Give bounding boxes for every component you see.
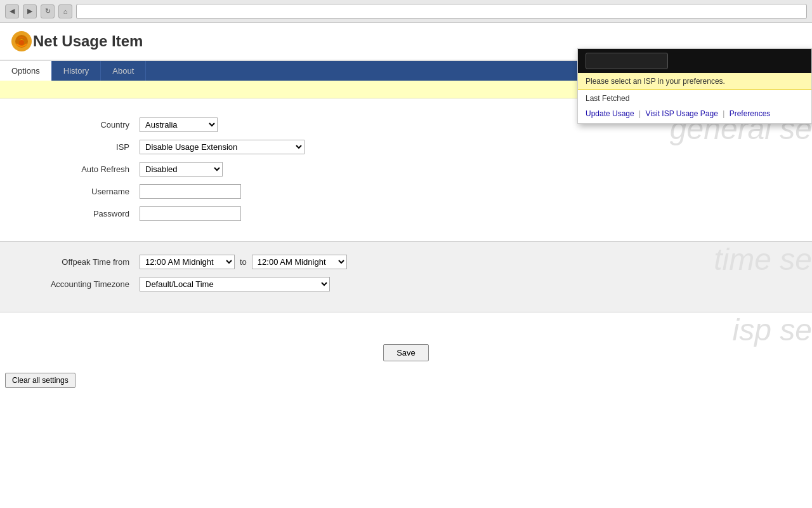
forward-button[interactable]: ▶ <box>23 4 37 18</box>
tab-history[interactable]: History <box>52 61 101 81</box>
clear-area: Clear all settings <box>0 368 812 393</box>
popup-overlay: Please select an ISP in your preferences… <box>577 48 812 124</box>
popup-header <box>578 49 811 73</box>
visit-isp-link[interactable]: Visit ISP Usage Page <box>646 109 718 118</box>
popup-last-fetched: Last Fetched <box>578 90 811 107</box>
timezone-row: Accounting Timezone Default/Local Time U… <box>0 277 812 291</box>
auto-refresh-select[interactable]: Disabled Every 5 minutes Every 10 minute… <box>140 162 223 177</box>
isp-control: Disable Usage Extension iiNet Internode … <box>140 140 304 154</box>
general-section: general se Country Australia United Stat… <box>0 111 812 241</box>
username-row: Username <box>0 184 812 199</box>
offpeak-control: 12:00 AM Midnight 1:00 AM 2:00 AM 6:00 A… <box>140 255 347 269</box>
reload-button[interactable]: ↻ <box>41 4 55 18</box>
address-bar[interactable] <box>76 4 807 19</box>
offpeak-from-select[interactable]: 12:00 AM Midnight 1:00 AM 2:00 AM 6:00 A… <box>140 255 235 269</box>
home-button[interactable]: ⌂ <box>58 4 72 18</box>
popup-links: Update Usage | Visit ISP Usage Page | Pr… <box>578 107 811 123</box>
update-usage-link[interactable]: Update Usage <box>586 109 634 118</box>
timezone-select[interactable]: Default/Local Time UTC AEST AEDT ACST AW… <box>140 277 330 291</box>
popup-sep-2: | <box>723 109 724 118</box>
popup-dark-bar <box>586 53 668 69</box>
password-label: Password <box>13 209 140 218</box>
isp-row: ISP Disable Usage Extension iiNet Intern… <box>0 140 812 154</box>
back-button[interactable]: ◀ <box>5 4 19 18</box>
app-logo <box>10 30 33 53</box>
username-input[interactable] <box>140 184 241 199</box>
password-input[interactable] <box>140 206 241 221</box>
isp-label: ISP <box>13 142 140 152</box>
username-label: Username <box>13 187 140 196</box>
tab-about[interactable]: About <box>101 61 146 81</box>
save-button[interactable]: Save <box>383 344 429 361</box>
offpeak-label: Offpeak Time from <box>13 257 140 267</box>
tab-options[interactable]: Options <box>0 61 52 81</box>
country-control: Australia United States United Kingdom C… <box>140 117 218 132</box>
password-control <box>140 206 241 221</box>
isp-select[interactable]: Disable Usage Extension iiNet Internode … <box>140 140 304 154</box>
isp-section: isp se <box>0 312 812 331</box>
country-label: Country <box>13 120 140 130</box>
popup-sep-1: | <box>639 109 641 118</box>
main-content: general se Country Australia United Stat… <box>0 98 812 406</box>
username-control <box>140 184 241 199</box>
country-select[interactable]: Australia United States United Kingdom C… <box>140 117 218 132</box>
app-title: Net Usage Item <box>33 32 143 50</box>
save-area: Save <box>0 331 812 368</box>
auto-refresh-row: Auto Refresh Disabled Every 5 minutes Ev… <box>0 162 812 177</box>
clear-settings-button[interactable]: Clear all settings <box>5 373 75 388</box>
auto-refresh-control: Disabled Every 5 minutes Every 10 minute… <box>140 162 223 177</box>
app-container: Net Usage Item Options History About gen… <box>0 23 812 508</box>
offpeak-row: Offpeak Time from 12:00 AM Midnight 1:00… <box>0 255 812 269</box>
offpeak-to-select[interactable]: 12:00 AM Midnight 1:00 AM 2:00 AM 6:00 A… <box>252 255 347 269</box>
auto-refresh-label: Auto Refresh <box>13 164 140 174</box>
to-label: to <box>240 257 247 267</box>
preferences-link[interactable]: Preferences <box>730 109 771 118</box>
popup-isp-warning: Please select an ISP in your preferences… <box>578 73 811 90</box>
browser-chrome: ◀ ▶ ↻ ⌂ <box>0 0 812 23</box>
svg-point-2 <box>19 40 24 45</box>
timezone-control: Default/Local Time UTC AEST AEDT ACST AW… <box>140 277 330 291</box>
password-row: Password <box>0 206 812 221</box>
time-section: time se Offpeak Time from 12:00 AM Midni… <box>0 241 812 312</box>
timezone-label: Accounting Timezone <box>13 279 140 289</box>
